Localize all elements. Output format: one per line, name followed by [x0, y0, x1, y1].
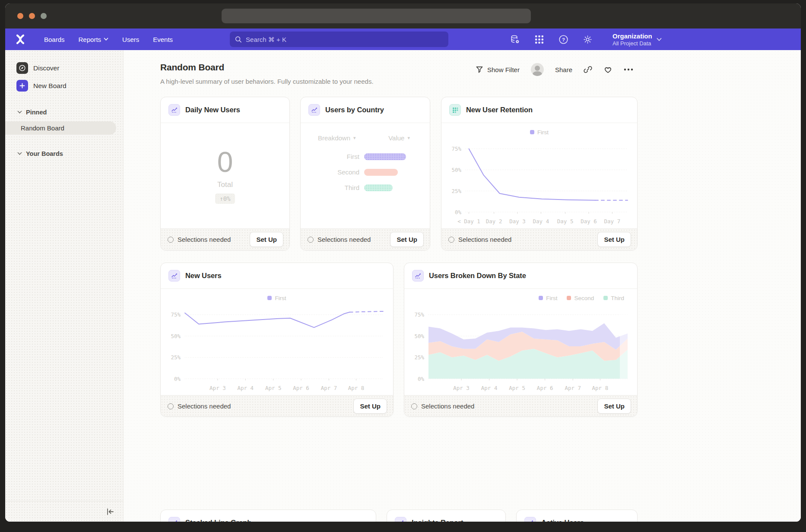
metric-delta-badge: ↑0% [215, 193, 235, 204]
svg-text:Apr 7: Apr 7 [565, 385, 581, 391]
sidebar-item-discover[interactable]: Discover [16, 62, 123, 74]
window-zoom-button[interactable] [41, 13, 47, 19]
nav-item-users[interactable]: Users [117, 33, 144, 46]
legend-swatch [567, 296, 571, 300]
org-switcher[interactable]: Organization All Project Data [612, 32, 662, 47]
nav-item-label: Boards [44, 36, 65, 43]
svg-text:50%: 50% [171, 333, 181, 339]
svg-text:Apr 5: Apr 5 [265, 385, 282, 391]
mixpanel-logo[interactable] [15, 34, 26, 45]
help-icon[interactable]: ? [558, 34, 568, 44]
breakdown-row: Second [301, 168, 430, 176]
breakdown-bar [364, 169, 398, 176]
card-active-users: Active Users [516, 510, 638, 522]
legend-label: Third [611, 295, 624, 301]
card-title: Users by Country [325, 106, 384, 114]
svg-text:Apr 6: Apr 6 [537, 385, 553, 391]
sidebar-section-label: Your Boards [26, 150, 63, 157]
svg-text:Apr 8: Apr 8 [348, 385, 365, 391]
card-new-users: New Users First 75%50%25%0%Apr 3Apr 4Apr… [160, 263, 393, 417]
svg-text:50%: 50% [451, 167, 461, 173]
caret-down-icon: ▾ [407, 135, 410, 141]
set-up-button[interactable]: Set Up [250, 232, 283, 247]
set-up-button[interactable]: Set Up [597, 232, 631, 247]
sidebar-item-new-board[interactable]: New Board [16, 80, 123, 92]
breakdown-label: Second [301, 168, 359, 176]
nav-item-reports[interactable]: Reports [73, 33, 114, 46]
card-header: Stacked Line Graph [161, 510, 376, 522]
settings-gear-icon[interactable] [582, 34, 593, 44]
card-header: Daily New Users [161, 97, 289, 123]
card-body: First 75%50%25%0%< Day 1Day 2Day 3Day 4D… [441, 123, 637, 228]
value-dropdown[interactable]: Value▾ [388, 134, 410, 142]
share-button[interactable]: Share [555, 66, 572, 73]
set-up-button[interactable]: Set Up [390, 232, 424, 247]
svg-text:Apr 4: Apr 4 [237, 385, 254, 391]
line-chart-icon [395, 517, 406, 522]
data-management-icon[interactable] [510, 34, 520, 44]
svg-text:25%: 25% [414, 354, 424, 361]
sidebar-item-label: Random Board [21, 124, 64, 132]
svg-text:Apr 7: Apr 7 [321, 385, 337, 391]
address-bar[interactable] [222, 9, 531, 23]
more-options-icon[interactable] [624, 68, 633, 71]
svg-text:75%: 75% [171, 311, 181, 318]
plus-icon [16, 80, 28, 92]
legend-swatch [539, 296, 543, 300]
filter-funnel-icon [476, 66, 483, 73]
avatar[interactable] [531, 63, 544, 76]
card-header: Users by Country [301, 97, 430, 123]
svg-text:0%: 0% [455, 209, 462, 215]
copy-link-icon[interactable] [584, 65, 592, 74]
set-up-button[interactable]: Set Up [353, 399, 387, 414]
set-up-button[interactable]: Set Up [597, 399, 631, 414]
sidebar-section-your-boards[interactable]: Your Boards [17, 150, 123, 157]
global-search[interactable] [230, 32, 448, 47]
nav-item-label: Users [122, 36, 139, 43]
svg-text:< Day 1: < Day 1 [457, 218, 480, 225]
svg-text:Day 4: Day 4 [533, 218, 549, 225]
board-controls: Show Filter Share [476, 63, 633, 76]
legend-item: Third [603, 295, 624, 301]
collapse-sidebar-icon[interactable] [105, 507, 115, 517]
show-filter-button[interactable]: Show Filter [476, 66, 520, 73]
svg-text:75%: 75% [414, 311, 424, 318]
desktop-background: Boards Reports Users Events [0, 0, 806, 532]
sidebar-section-pinned[interactable]: Pinned [17, 109, 123, 116]
svg-text:Day 3: Day 3 [509, 218, 526, 225]
show-filter-label: Show Filter [487, 66, 520, 73]
nav-item-label: Reports [79, 36, 102, 43]
window-minimize-button[interactable] [29, 13, 35, 19]
navbar-right: ? Organization All Project Data [510, 28, 662, 50]
metric-label: Total [217, 180, 233, 189]
card-stacked-line-graph: Stacked Line Graph [160, 510, 376, 522]
new-users-line-chart: 75%50%25%0%Apr 3Apr 4Apr 5Apr 6Apr 7Apr … [161, 302, 393, 393]
svg-text:Apr 5: Apr 5 [509, 385, 525, 391]
retention-grid-icon [449, 104, 461, 116]
sidebar-item-random-board[interactable]: Random Board [5, 121, 116, 135]
line-chart-icon [412, 270, 424, 282]
favorite-heart-icon[interactable] [603, 65, 612, 74]
sidebar: Discover New Board Pinned Random Board [5, 50, 124, 522]
legend-label: First [537, 129, 549, 136]
breakdown-dropdown[interactable]: Breakdown▾ [318, 134, 356, 142]
status-label: Selections needed [317, 236, 371, 243]
nav-item-events[interactable]: Events [148, 33, 178, 46]
card-users-by-state: Users Broken Down By State First Second [404, 263, 638, 417]
card-header: Insights Report [387, 510, 505, 522]
chevron-down-icon [17, 152, 22, 155]
card-status: Selections needed [168, 236, 231, 243]
card-header: Active Users [517, 510, 637, 522]
dropdown-label: Value [388, 134, 404, 142]
nav-item-boards[interactable]: Boards [39, 33, 70, 46]
window-close-button[interactable] [17, 13, 23, 19]
apps-grid-icon[interactable] [534, 34, 544, 44]
card-footer: Selections needed Set Up [161, 228, 289, 250]
search-input[interactable] [246, 36, 443, 43]
status-circle-icon [308, 237, 314, 243]
legend-swatch [267, 296, 272, 300]
page-subtitle: A high-level summary of user behaviors. … [160, 78, 374, 85]
card-users-by-country: Users by Country Breakdown▾ Value▾ First [300, 97, 430, 250]
chart-legend: First [441, 128, 637, 136]
card-title: Daily New Users [185, 106, 240, 114]
